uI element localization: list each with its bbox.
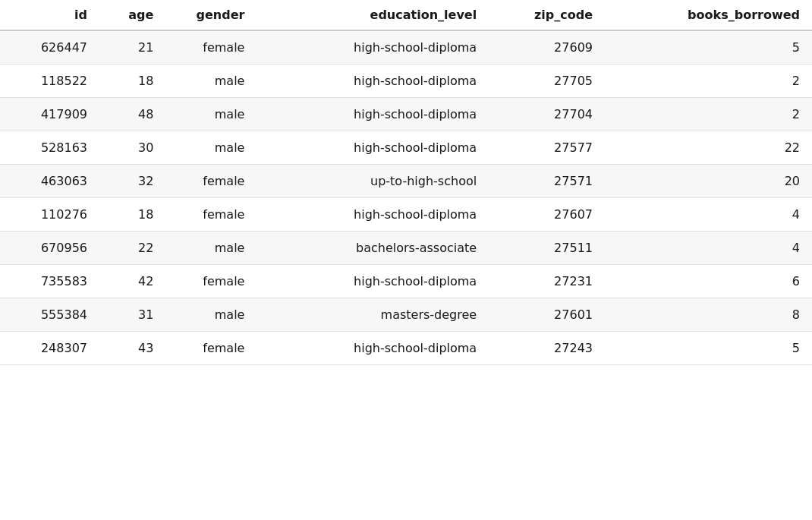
cell-id: 110276: [0, 198, 99, 232]
table-row: 52816330malehigh-school-diploma2757722: [0, 131, 812, 165]
cell-gender: female: [165, 165, 257, 198]
cell-books_borrowed: 2: [605, 65, 812, 98]
cell-age: 31: [99, 298, 165, 332]
table-row: 73558342femalehigh-school-diploma272316: [0, 265, 812, 298]
cell-education_level: bachelors-associate: [257, 232, 489, 265]
cell-education_level: high-school-diploma: [257, 131, 489, 165]
cell-gender: female: [165, 198, 257, 232]
cell-zip_code: 27705: [489, 65, 605, 98]
cell-gender: male: [165, 65, 257, 98]
cell-gender: male: [165, 298, 257, 332]
cell-zip_code: 27243: [489, 332, 605, 365]
cell-age: 48: [99, 98, 165, 131]
cell-education_level: high-school-diploma: [257, 30, 489, 65]
col-header-id: id: [0, 0, 99, 30]
cell-zip_code: 27609: [489, 30, 605, 65]
cell-books_borrowed: 5: [605, 30, 812, 65]
table-row: 24830743femalehigh-school-diploma272435: [0, 332, 812, 365]
cell-id: 555384: [0, 298, 99, 332]
table-row: 67095622malebachelors-associate275114: [0, 232, 812, 265]
cell-books_borrowed: 4: [605, 232, 812, 265]
cell-education_level: high-school-diploma: [257, 265, 489, 298]
cell-id: 670956: [0, 232, 99, 265]
col-header-books: books_borrowed: [605, 0, 812, 30]
cell-age: 32: [99, 165, 165, 198]
cell-id: 528163: [0, 131, 99, 165]
cell-age: 43: [99, 332, 165, 365]
cell-books_borrowed: 4: [605, 198, 812, 232]
cell-age: 30: [99, 131, 165, 165]
cell-education_level: high-school-diploma: [257, 198, 489, 232]
cell-zip_code: 27511: [489, 232, 605, 265]
table-row: 11027618femalehigh-school-diploma276074: [0, 198, 812, 232]
cell-age: 18: [99, 65, 165, 98]
table-row: 46306332femaleup-to-high-school2757120: [0, 165, 812, 198]
table-row: 62644721femalehigh-school-diploma276095: [0, 30, 812, 65]
table-body: 62644721femalehigh-school-diploma2760951…: [0, 30, 812, 365]
data-table: id age gender education_level zip_code b…: [0, 0, 812, 365]
col-header-education: education_level: [257, 0, 489, 30]
cell-age: 18: [99, 198, 165, 232]
cell-zip_code: 27607: [489, 198, 605, 232]
cell-education_level: high-school-diploma: [257, 65, 489, 98]
cell-gender: male: [165, 131, 257, 165]
table-header-row: id age gender education_level zip_code b…: [0, 0, 812, 30]
col-header-zip: zip_code: [489, 0, 605, 30]
table-row: 41790948malehigh-school-diploma277042: [0, 98, 812, 131]
cell-age: 22: [99, 232, 165, 265]
cell-books_borrowed: 20: [605, 165, 812, 198]
cell-id: 248307: [0, 332, 99, 365]
cell-education_level: high-school-diploma: [257, 332, 489, 365]
cell-age: 21: [99, 30, 165, 65]
cell-zip_code: 27601: [489, 298, 605, 332]
col-header-age: age: [99, 0, 165, 30]
cell-zip_code: 27577: [489, 131, 605, 165]
cell-gender: female: [165, 30, 257, 65]
cell-id: 417909: [0, 98, 99, 131]
cell-id: 118522: [0, 65, 99, 98]
cell-id: 626447: [0, 30, 99, 65]
cell-books_borrowed: 8: [605, 298, 812, 332]
cell-zip_code: 27571: [489, 165, 605, 198]
table-row: 11852218malehigh-school-diploma277052: [0, 65, 812, 98]
cell-id: 463063: [0, 165, 99, 198]
cell-zip_code: 27231: [489, 265, 605, 298]
cell-education_level: masters-degree: [257, 298, 489, 332]
cell-age: 42: [99, 265, 165, 298]
col-header-gender: gender: [165, 0, 257, 30]
cell-books_borrowed: 2: [605, 98, 812, 131]
cell-zip_code: 27704: [489, 98, 605, 131]
cell-gender: female: [165, 265, 257, 298]
cell-books_borrowed: 22: [605, 131, 812, 165]
cell-id: 735583: [0, 265, 99, 298]
cell-education_level: up-to-high-school: [257, 165, 489, 198]
cell-gender: male: [165, 232, 257, 265]
cell-books_borrowed: 5: [605, 332, 812, 365]
table-row: 55538431malemasters-degree276018: [0, 298, 812, 332]
cell-education_level: high-school-diploma: [257, 98, 489, 131]
cell-gender: male: [165, 98, 257, 131]
cell-gender: female: [165, 332, 257, 365]
cell-books_borrowed: 6: [605, 265, 812, 298]
